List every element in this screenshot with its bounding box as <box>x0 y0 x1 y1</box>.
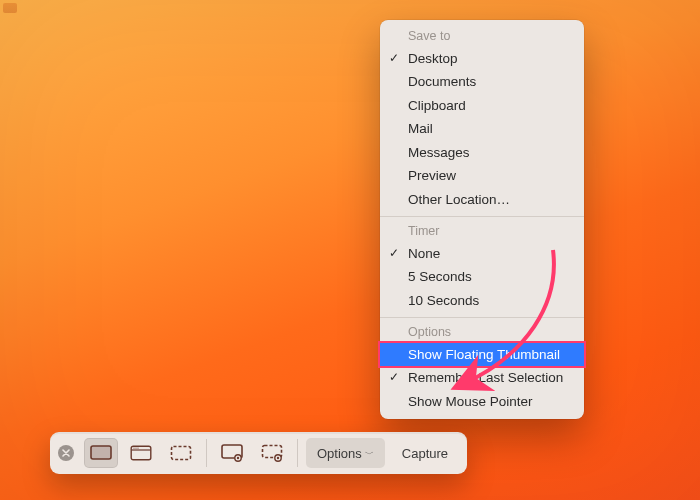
close-button[interactable] <box>58 445 74 461</box>
svg-point-13 <box>277 457 279 459</box>
desktop-wallpaper: Save to ✓Desktop Documents Clipboard Mai… <box>0 0 700 500</box>
capture-selected-portion-button[interactable] <box>164 438 198 468</box>
svg-point-4 <box>133 448 134 449</box>
screenshot-toolbar: Options ﹀ Capture <box>50 432 467 474</box>
svg-point-6 <box>137 448 138 449</box>
toolbar-separator <box>206 439 207 467</box>
menu-item-messages[interactable]: Messages <box>380 141 584 165</box>
screen-icon <box>90 445 112 461</box>
capture-entire-screen-button[interactable] <box>84 438 118 468</box>
menu-divider <box>380 216 584 217</box>
menu-item-clipboard[interactable]: Clipboard <box>380 94 584 118</box>
record-selection-icon <box>261 444 283 462</box>
menu-item-mail[interactable]: Mail <box>380 117 584 141</box>
svg-point-10 <box>237 457 239 459</box>
menu-divider <box>380 317 584 318</box>
menu-item-show-floating-thumbnail[interactable]: Show Floating Thumbnail <box>380 343 584 367</box>
options-label: Options <box>317 446 362 461</box>
toolbar-separator <box>297 439 298 467</box>
record-selected-portion-button[interactable] <box>255 438 289 468</box>
menu-item-remember-last-selection[interactable]: ✓Remember Last Selection <box>380 366 584 390</box>
checkmark-icon: ✓ <box>389 52 399 64</box>
selection-icon <box>170 445 192 461</box>
menu-item-none[interactable]: ✓None <box>380 242 584 266</box>
record-entire-screen-button[interactable] <box>215 438 249 468</box>
checkmark-icon: ✓ <box>389 247 399 259</box>
options-button[interactable]: Options ﹀ <box>306 438 385 468</box>
capture-label: Capture <box>402 446 448 461</box>
svg-rect-1 <box>91 446 111 459</box>
checkmark-icon: ✓ <box>389 371 399 383</box>
capture-selected-window-button[interactable] <box>124 438 158 468</box>
menu-section-options: Options <box>380 322 584 343</box>
menu-item-preview[interactable]: Preview <box>380 164 584 188</box>
menu-item-desktop[interactable]: ✓Desktop <box>380 47 584 71</box>
corner-decoration <box>3 3 17 13</box>
menu-item-show-mouse-pointer[interactable]: Show Mouse Pointer <box>380 390 584 414</box>
window-icon <box>130 445 152 461</box>
menu-item-5-seconds[interactable]: 5 Seconds <box>380 265 584 289</box>
menu-item-other-location[interactable]: Other Location… <box>380 188 584 212</box>
capture-button[interactable]: Capture <box>391 438 459 468</box>
menu-section-save-to: Save to <box>380 26 584 47</box>
chevron-down-icon: ﹀ <box>365 448 374 461</box>
svg-point-5 <box>135 448 136 449</box>
menu-item-documents[interactable]: Documents <box>380 70 584 94</box>
menu-section-timer: Timer <box>380 221 584 242</box>
close-icon <box>62 449 70 457</box>
record-screen-icon <box>221 444 243 462</box>
menu-item-10-seconds[interactable]: 10 Seconds <box>380 289 584 313</box>
options-menu: Save to ✓Desktop Documents Clipboard Mai… <box>380 20 584 419</box>
svg-rect-7 <box>172 447 191 460</box>
